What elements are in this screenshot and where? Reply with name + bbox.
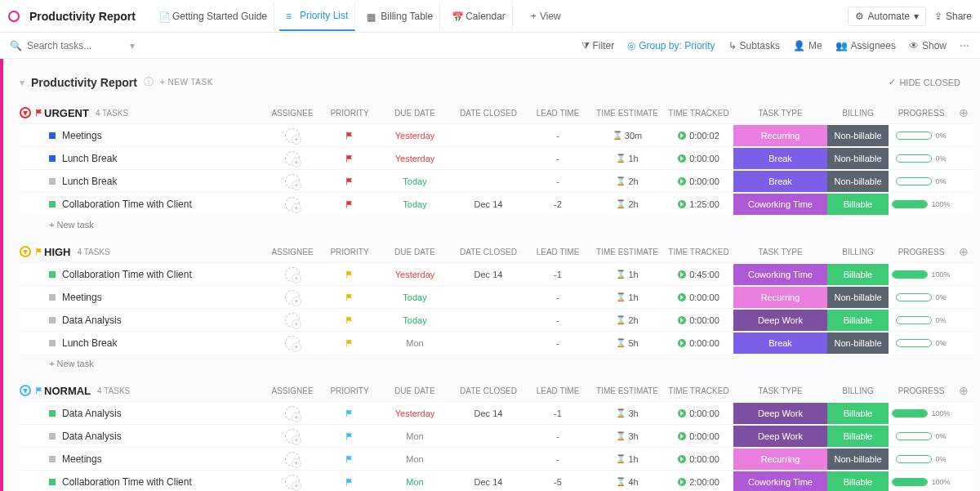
assignee-cell[interactable] [264, 425, 321, 448]
estimate-cell[interactable]: ⌛1h [590, 147, 664, 170]
add-column-button[interactable]: ⊕ [954, 384, 973, 397]
priority-cell[interactable] [321, 448, 378, 471]
estimate-cell[interactable]: ⌛30m [590, 124, 664, 147]
col-closed[interactable]: DATE CLOSED [452, 109, 525, 118]
lead-cell[interactable]: -1 [525, 402, 590, 425]
billing-cell[interactable]: Non-billable [827, 332, 889, 355]
assignee-cell[interactable] [264, 286, 321, 309]
type-cell[interactable]: Deep Work [733, 402, 827, 425]
type-cell[interactable]: Deep Work [733, 425, 827, 448]
tab-calendar[interactable]: 📅Calendar [445, 2, 513, 31]
due-cell[interactable]: Today [378, 170, 452, 193]
play-icon[interactable] [678, 200, 686, 208]
billing-cell[interactable]: Billable [827, 193, 889, 216]
progress-cell[interactable]: 100% [889, 471, 954, 492]
play-icon[interactable] [678, 409, 686, 417]
col-lead[interactable]: LEAD TIME [525, 386, 590, 395]
type-cell[interactable]: Coworking Time [733, 471, 827, 492]
add-assignee-icon[interactable] [285, 128, 300, 143]
add-column-button[interactable]: ⊕ [954, 245, 973, 258]
task-row[interactable]: Collaboration Time with Client Yesterday… [20, 262, 973, 285]
estimate-cell[interactable]: ⌛3h [590, 425, 664, 448]
tracked-cell[interactable]: 0:00:00 [664, 170, 733, 193]
col-track[interactable]: TIME TRACKED [664, 109, 733, 118]
add-assignee-icon[interactable] [285, 429, 300, 444]
estimate-cell[interactable]: ⌛2h [590, 170, 664, 193]
tracked-cell[interactable]: 0:00:02 [664, 124, 733, 147]
task-row[interactable]: Data Analysis Mon - ⌛3h 0:00:00 Deep Wor… [20, 424, 973, 447]
lead-cell[interactable]: - [525, 286, 590, 309]
new-task-row[interactable]: + New task [20, 354, 973, 370]
billing-cell[interactable]: Billable [827, 263, 889, 286]
estimate-cell[interactable]: ⌛1h [590, 263, 664, 286]
col-bill[interactable]: BILLING [827, 386, 889, 395]
closed-cell[interactable]: Dec 14 [452, 263, 525, 286]
add-assignee-icon[interactable] [285, 406, 300, 421]
billing-cell[interactable]: Non-billable [827, 124, 889, 147]
progress-cell[interactable]: 0% [889, 124, 954, 147]
play-icon[interactable] [678, 293, 686, 301]
collapse-group-icon[interactable]: ▾ [20, 107, 31, 118]
subtasks-button[interactable]: ↳Subtasks [728, 40, 780, 51]
closed-cell[interactable] [452, 147, 525, 170]
estimate-cell[interactable]: ⌛5h [590, 332, 664, 355]
add-assignee-icon[interactable] [285, 151, 300, 166]
task-row[interactable]: Lunch Break Yesterday - ⌛1h 0:00:00 Brea… [20, 146, 973, 169]
status-icon[interactable] [49, 410, 56, 417]
closed-cell[interactable] [452, 170, 525, 193]
col-type[interactable]: TASK TYPE [733, 386, 827, 395]
search-input[interactable] [27, 40, 125, 51]
new-task-row[interactable]: + New task [20, 215, 973, 231]
status-icon[interactable] [49, 201, 56, 208]
tracked-cell[interactable]: 0:00:00 [664, 147, 733, 170]
priority-cell[interactable] [321, 170, 378, 193]
add-assignee-icon[interactable] [285, 197, 300, 212]
lead-cell[interactable]: - [525, 124, 590, 147]
priority-cell[interactable] [321, 425, 378, 448]
assignee-cell[interactable] [264, 124, 321, 147]
tracked-cell[interactable]: 1:25:00 [664, 193, 733, 216]
col-assignee[interactable]: ASSIGNEE [264, 109, 321, 118]
header-new-task[interactable]: + NEW TASK [160, 78, 213, 87]
status-icon[interactable] [49, 433, 56, 440]
task-row[interactable]: Meetings Today - ⌛1h 0:00:00 Recurring N… [20, 285, 973, 308]
status-icon[interactable] [49, 271, 56, 278]
col-priority[interactable]: PRIORITY [321, 248, 378, 257]
progress-cell[interactable]: 0% [889, 309, 954, 332]
tracked-cell[interactable]: 0:00:00 [664, 286, 733, 309]
col-type[interactable]: TASK TYPE [733, 109, 827, 118]
closed-cell[interactable]: Dec 14 [452, 193, 525, 216]
play-icon[interactable] [678, 339, 686, 347]
show-button[interactable]: 👁Show [909, 40, 947, 51]
collapse-icon[interactable]: ▾ [20, 77, 24, 88]
chevron-down-icon[interactable]: ▾ [130, 40, 135, 51]
closed-cell[interactable] [452, 425, 525, 448]
priority-cell[interactable] [321, 193, 378, 216]
add-assignee-icon[interactable] [285, 452, 300, 466]
billing-cell[interactable]: Non-billable [827, 286, 889, 309]
groupby-button[interactable]: ◎Group by: Priority [627, 40, 715, 51]
col-due[interactable]: DUE DATE [378, 386, 452, 395]
assignee-cell[interactable] [264, 309, 321, 332]
billing-cell[interactable]: Non-billable [827, 147, 889, 170]
lead-cell[interactable]: - [525, 147, 590, 170]
progress-cell[interactable]: 100% [889, 263, 954, 286]
closed-cell[interactable] [452, 309, 525, 332]
col-track[interactable]: TIME TRACKED [664, 248, 733, 257]
due-cell[interactable]: Mon [378, 332, 452, 355]
lead-cell[interactable]: -2 [525, 193, 590, 216]
play-icon[interactable] [678, 177, 686, 185]
tracked-cell[interactable]: 0:00:00 [664, 425, 733, 448]
assignee-cell[interactable] [264, 402, 321, 425]
col-prog[interactable]: PROGRESS [889, 248, 954, 257]
billing-cell[interactable]: Billable [827, 402, 889, 425]
lead-cell[interactable]: -5 [525, 471, 590, 492]
estimate-cell[interactable]: ⌛2h [590, 309, 664, 332]
estimate-cell[interactable]: ⌛4h [590, 471, 664, 492]
status-icon[interactable] [49, 317, 56, 324]
estimate-cell[interactable]: ⌛1h [590, 286, 664, 309]
progress-cell[interactable]: 0% [889, 286, 954, 309]
due-cell[interactable]: Mon [378, 448, 452, 471]
tracked-cell[interactable]: 0:00:00 [664, 448, 733, 471]
priority-cell[interactable] [321, 147, 378, 170]
